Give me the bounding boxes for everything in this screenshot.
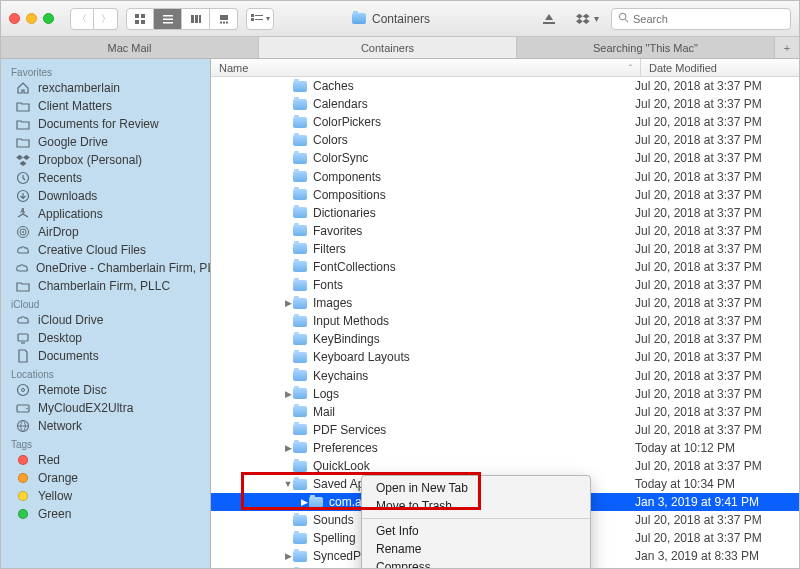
gallery-view-button[interactable] <box>210 8 238 30</box>
dropbox-icon[interactable]: ▾ <box>573 8 601 30</box>
svg-rect-11 <box>220 21 222 23</box>
sidebar-item[interactable]: AirDrop <box>1 223 210 241</box>
menu-item[interactable]: Open in New Tab <box>362 479 590 497</box>
close-icon[interactable] <box>9 13 20 24</box>
file-name: FontCollections <box>313 260 635 274</box>
zoom-icon[interactable] <box>43 13 54 24</box>
traffic-lights <box>9 13 54 24</box>
svg-rect-14 <box>251 14 254 17</box>
menu-item[interactable]: Get Info <box>362 522 590 540</box>
table-row[interactable]: KeychainsJul 20, 2018 at 3:37 PM <box>211 367 799 385</box>
table-row[interactable]: KeyBindingsJul 20, 2018 at 3:37 PM <box>211 330 799 348</box>
action-button[interactable] <box>535 8 563 30</box>
tab[interactable]: Searching "This Mac" <box>517 37 775 58</box>
sidebar-item[interactable]: Dropbox (Personal) <box>1 151 210 169</box>
column-view-button[interactable] <box>182 8 210 30</box>
sidebar-item[interactable]: Recents <box>1 169 210 187</box>
disclosure-icon[interactable]: ▶ <box>283 389 293 399</box>
table-row[interactable]: ▶LogsJul 20, 2018 at 3:37 PM <box>211 385 799 403</box>
column-header-date[interactable]: Date Modified <box>641 59 799 76</box>
table-row[interactable]: PDF ServicesJul 20, 2018 at 3:37 PM <box>211 421 799 439</box>
table-row[interactable]: QuickLookJul 20, 2018 at 3:37 PM <box>211 457 799 475</box>
table-row[interactable]: CachesJul 20, 2018 at 3:37 PM <box>211 77 799 95</box>
table-row[interactable]: ▶ImagesJul 20, 2018 at 3:37 PM <box>211 294 799 312</box>
sidebar-item[interactable]: Downloads <box>1 187 210 205</box>
sidebar-item[interactable]: Network <box>1 417 210 435</box>
sidebar-item[interactable]: Desktop <box>1 329 210 347</box>
table-row[interactable]: ColorSyncJul 20, 2018 at 3:37 PM <box>211 149 799 167</box>
forward-button[interactable]: 〉 <box>94 8 118 30</box>
sidebar-item[interactable]: MyCloudEX2Ultra <box>1 399 210 417</box>
table-row[interactable]: ColorPickersJul 20, 2018 at 3:37 PM <box>211 113 799 131</box>
sidebar-item[interactable]: rexchamberlain <box>1 79 210 97</box>
table-row[interactable]: DictionariesJul 20, 2018 at 3:37 PM <box>211 204 799 222</box>
apps-icon: A <box>15 207 31 221</box>
sidebar-item-label: Documents <box>38 349 99 363</box>
column-header-name[interactable]: Name ˆ <box>211 59 641 76</box>
folder-icon <box>293 515 307 526</box>
sidebar-item[interactable]: Client Matters <box>1 97 210 115</box>
table-row[interactable]: ComponentsJul 20, 2018 at 3:37 PM <box>211 167 799 185</box>
table-row[interactable]: ColorsJul 20, 2018 at 3:37 PM <box>211 131 799 149</box>
sidebar-item[interactable]: Green <box>1 505 210 523</box>
file-name: Input Methods <box>313 314 635 328</box>
list-view-button[interactable] <box>154 8 182 30</box>
sidebar-item[interactable]: Chamberlain Firm, PLLC <box>1 277 210 295</box>
table-row[interactable]: FontsJul 20, 2018 at 3:37 PM <box>211 276 799 294</box>
menu-item[interactable]: Rename <box>362 540 590 558</box>
sidebar-item[interactable]: Remote Disc <box>1 381 210 399</box>
sidebar-item[interactable]: Documents for Review <box>1 115 210 133</box>
svg-rect-18 <box>543 22 555 24</box>
finder-window: 〈 〉 ▾ Containers <box>0 0 800 569</box>
svg-text:A: A <box>20 207 25 214</box>
search-field[interactable] <box>611 8 791 30</box>
list-body[interactable]: CachesJul 20, 2018 at 3:37 PMCalendarsJu… <box>211 77 799 568</box>
table-row[interactable]: MailJul 20, 2018 at 3:37 PM <box>211 403 799 421</box>
menu-item[interactable]: Compress "com.apple.mail.savedState" <box>362 558 590 568</box>
disclosure-icon[interactable]: ▶ <box>283 298 293 308</box>
tab[interactable]: Mac Mail <box>1 37 259 58</box>
svg-rect-17 <box>255 19 263 20</box>
sidebar-item-label: Google Drive <box>38 135 108 149</box>
sidebar-item[interactable]: iCloud Drive <box>1 311 210 329</box>
sidebar-item[interactable]: Red <box>1 451 210 469</box>
search-input[interactable] <box>633 13 784 25</box>
sidebar-item[interactable]: Orange <box>1 469 210 487</box>
table-row[interactable]: ▶PreferencesToday at 10:12 PM <box>211 439 799 457</box>
sidebar-section-title: iCloud <box>1 295 210 311</box>
drive-icon <box>15 401 31 415</box>
folder-icon <box>293 461 307 472</box>
titlebar: 〈 〉 ▾ Containers <box>1 1 799 37</box>
sidebar-item[interactable]: AApplications <box>1 205 210 223</box>
sidebar-item[interactable]: Creative Cloud Files <box>1 241 210 259</box>
sidebar-item[interactable]: Google Drive <box>1 133 210 151</box>
menu-item[interactable]: Move to Trash <box>362 497 590 515</box>
table-row[interactable]: Input MethodsJul 20, 2018 at 3:37 PM <box>211 312 799 330</box>
table-row[interactable]: CompositionsJul 20, 2018 at 3:37 PM <box>211 186 799 204</box>
table-row[interactable]: FavoritesJul 20, 2018 at 3:37 PM <box>211 222 799 240</box>
table-row[interactable]: FiltersJul 20, 2018 at 3:37 PM <box>211 240 799 258</box>
table-row[interactable]: CalendarsJul 20, 2018 at 3:37 PM <box>211 95 799 113</box>
sidebar-item[interactable]: Yellow <box>1 487 210 505</box>
file-name: Logs <box>313 387 635 401</box>
disclosure-icon[interactable]: ▼ <box>283 479 293 489</box>
table-row[interactable]: Keyboard LayoutsJul 20, 2018 at 3:37 PM <box>211 348 799 366</box>
icon-view-button[interactable] <box>126 8 154 30</box>
back-button[interactable]: 〈 <box>70 8 94 30</box>
file-name: Colors <box>313 133 635 147</box>
sidebar-item[interactable]: OneDrive - Chamberlain Firm, PLLC <box>1 259 210 277</box>
sidebar-item-label: rexchamberlain <box>38 81 120 95</box>
disclosure-icon[interactable]: ▶ <box>283 551 293 561</box>
airdrop-icon <box>15 225 31 239</box>
file-date: Jul 20, 2018 at 3:37 PM <box>635 151 793 165</box>
disclosure-icon[interactable]: ▶ <box>299 497 309 507</box>
table-row[interactable]: FontCollectionsJul 20, 2018 at 3:37 PM <box>211 258 799 276</box>
arrange-button[interactable]: ▾ <box>246 8 274 30</box>
sidebar-item[interactable]: Documents <box>1 347 210 365</box>
disclosure-icon[interactable]: ▶ <box>283 443 293 453</box>
add-tab-button[interactable]: + <box>775 37 799 58</box>
tab[interactable]: Containers <box>259 37 517 58</box>
dropbox-icon <box>15 153 31 167</box>
sidebar-item-label: Recents <box>38 171 82 185</box>
minimize-icon[interactable] <box>26 13 37 24</box>
